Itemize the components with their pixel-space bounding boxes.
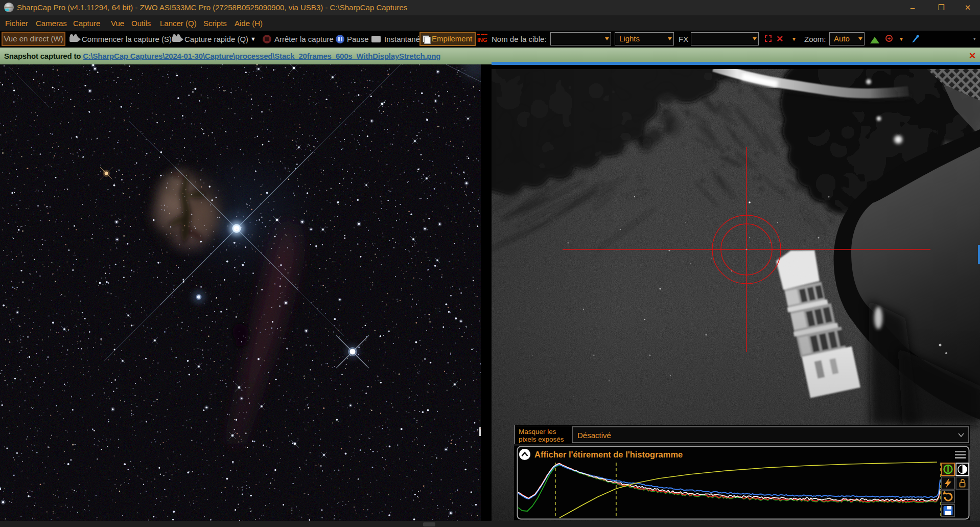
svg-text:Désactivé: Désactivé (577, 431, 611, 440)
svg-text:Masquer les: Masquer les (519, 428, 556, 436)
svg-text:pixels exposés: pixels exposés (519, 436, 564, 443)
svg-text:Afficher l'étirement de l'hist: Afficher l'étirement de l'histogramme (534, 450, 683, 459)
